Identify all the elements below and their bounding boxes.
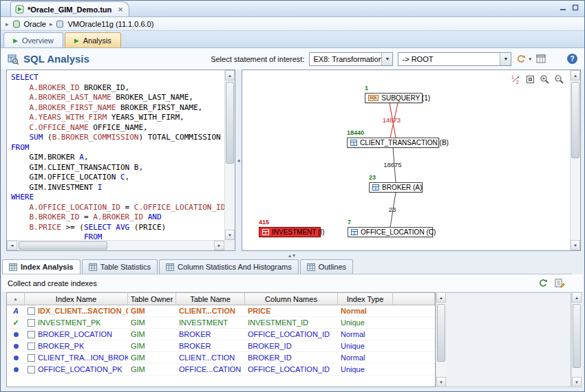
zoom-in-icon[interactable] xyxy=(540,74,550,85)
tab-table-statistics[interactable]: Table Statistics xyxy=(82,259,158,274)
sql-text-area[interactable]: SELECT A.BROKER_ID BROKER_ID, A.BROKER_L… xyxy=(7,70,224,240)
scroll-down-icon[interactable]: ▼ xyxy=(572,377,582,387)
tab-label: Analysis xyxy=(83,36,111,45)
refresh-icon[interactable] xyxy=(516,54,526,64)
column-header-status[interactable]: ▴ xyxy=(7,293,25,305)
create-index-icon[interactable] xyxy=(555,278,565,288)
chevron-down-icon[interactable]: ▼ xyxy=(500,53,511,65)
index-table-row[interactable]: BROKER_PKGIMBROKERBROKER_IDUnique xyxy=(7,340,435,352)
index-table-row[interactable]: BROKER_LOCATIONGIMBROKEROFFICE_LOCATION_… xyxy=(7,329,435,340)
chevron-down-icon[interactable]: ▼ xyxy=(381,53,392,65)
help-icon[interactable]: ? xyxy=(567,54,577,64)
view-tab-bar: ▶ Overview ▶ Analysis xyxy=(1,31,584,48)
breadcrumb-item-datasource[interactable]: VMOracle11g (11.1.0.6.0) xyxy=(67,20,153,28)
cell-column-names: BROKER_ID xyxy=(245,340,338,351)
index-checkbox[interactable] xyxy=(28,319,35,327)
editor-tab-oracle-gim-demo[interactable]: *Oracle_GIM_Demo.tun ✕ xyxy=(10,1,129,17)
diagram-canvas[interactable]: 12 146731867523SQLSUBQUERY (1)1CLIENT_TR… xyxy=(242,70,570,250)
scroll-track[interactable] xyxy=(572,303,582,377)
splitter-handle-icon[interactable]: ▴▾ xyxy=(288,252,297,259)
index-checkbox[interactable] xyxy=(28,307,35,315)
index-checkbox[interactable] xyxy=(28,354,35,362)
join-order-icon[interactable]: 12 xyxy=(511,74,521,85)
scroll-down-icon[interactable]: ▼ xyxy=(436,377,446,387)
cell-table-name: CLIENT...CTION xyxy=(176,352,245,363)
scroll-thumb[interactable] xyxy=(573,304,581,368)
refresh-indexes-icon[interactable] xyxy=(538,278,548,288)
breadcrumb-arrow-icon[interactable]: ▸ xyxy=(6,21,9,28)
scroll-up-icon[interactable]: ▲ xyxy=(225,70,235,80)
existing-index-icon xyxy=(14,356,19,360)
column-header-index-type[interactable]: Index Type xyxy=(338,293,393,305)
sql-line: C.OFFICE_NAME OFFICE_NAME, xyxy=(11,123,224,133)
diagram-vertical-scrollbar[interactable]: ▲ ▼ xyxy=(570,70,580,250)
breadcrumb-item-oracle[interactable]: Oracle xyxy=(24,20,46,28)
bottom-view-scrollbar[interactable]: ▲ ▼ xyxy=(571,292,582,387)
scroll-track[interactable] xyxy=(571,80,580,240)
scroll-up-icon[interactable]: ▲ xyxy=(572,292,582,303)
node-rowcount: 7 xyxy=(348,219,351,226)
scroll-track[interactable] xyxy=(436,303,446,377)
column-header-index-name[interactable]: Index Name xyxy=(25,293,128,305)
report-icon[interactable] xyxy=(536,54,546,64)
index-toolbar: Collect and create indexes xyxy=(2,274,583,292)
tab-outlines[interactable]: Outlines xyxy=(300,259,353,274)
index-table-header: ▴ Index Name Table Owner Table Name Colu… xyxy=(7,293,435,305)
cell-index-name: INVESTMENT_PK xyxy=(25,317,128,328)
index-checkbox[interactable] xyxy=(28,366,35,373)
diagram-node-subquery[interactable]: SQLSUBQUERY (1) xyxy=(365,93,423,103)
cell-text: CLIENT_TRA...ION_BROKER xyxy=(38,353,128,362)
scroll-track[interactable] xyxy=(17,241,214,250)
index-table-row[interactable]: ✓INVESTMENT_PKGIMINVESTMENTINVESTMENT_ID… xyxy=(7,317,435,329)
cell-index-name: OFFICE_LOCATION_PK xyxy=(25,364,128,375)
node-rowcount: 415 xyxy=(259,219,269,226)
maximize-icon[interactable] xyxy=(572,4,579,11)
cell-text: CLIENT...CTION xyxy=(179,353,235,362)
close-icon[interactable]: ✕ xyxy=(118,6,123,13)
index-table-row[interactable]: OFFICE_LOCATION_PKGIMOFFICE...CATIONOFFI… xyxy=(7,364,435,375)
diagram-node-investment[interactable]: INVESTMENT (I) xyxy=(259,227,321,237)
column-header-table-name[interactable]: Table Name xyxy=(176,293,245,305)
index-checkbox[interactable] xyxy=(28,331,35,338)
scroll-right-icon[interactable]: ► xyxy=(214,241,224,250)
scroll-track[interactable] xyxy=(225,80,235,230)
cell-text: OFFICE_LOCATION_ID xyxy=(248,365,330,373)
scroll-left-icon[interactable]: ◄ xyxy=(7,241,17,250)
index-table-row[interactable]: AIDX_CLIENT...SACTION_0GIMCLIENT...CTION… xyxy=(7,305,435,317)
breadcrumb-arrow-icon[interactable]: ▸ xyxy=(50,21,53,28)
table-vertical-scrollbar[interactable]: ▲ ▼ xyxy=(436,292,446,387)
diagram-node-client-transaction[interactable]: CLIENT_TRANSACTION (B) xyxy=(347,138,439,148)
scroll-thumb[interactable] xyxy=(19,241,107,250)
scroll-thumb[interactable] xyxy=(226,82,234,164)
scroll-up-icon[interactable]: ▲ xyxy=(571,70,580,80)
tab-index-analysis[interactable]: Index Analysis xyxy=(2,259,81,274)
cell-index-type: Unique xyxy=(338,317,393,328)
panel-splitter-horizontal[interactable]: ▴▾ xyxy=(1,251,584,259)
sql-vertical-scrollbar[interactable]: ▲ ▼ xyxy=(224,70,235,240)
index-checkbox[interactable] xyxy=(28,342,35,350)
sql-analysis-icon xyxy=(8,54,19,65)
zoom-out-icon[interactable] xyxy=(554,74,564,85)
cell-text: BROKER xyxy=(179,342,211,350)
scroll-thumb[interactable] xyxy=(437,304,445,362)
tab-overview[interactable]: ▶ Overview xyxy=(3,32,63,47)
scroll-up-icon[interactable]: ▲ xyxy=(436,292,446,303)
scroll-down-icon[interactable]: ▼ xyxy=(225,230,235,240)
scroll-down-icon[interactable]: ▼ xyxy=(571,240,580,250)
oracle-db-icon xyxy=(12,20,21,28)
statement-select[interactable]: EX8: Transformation ▼ xyxy=(309,52,393,66)
root-select[interactable]: -> ROOT ▼ xyxy=(398,52,511,66)
diagram-node-broker[interactable]: BROKER (A) xyxy=(369,182,423,193)
refresh-menu-chevron-icon[interactable]: ▾ xyxy=(529,56,531,62)
column-header-column-names[interactable]: Column Names xyxy=(245,293,338,305)
tab-column-statistics[interactable]: Column Statistics And Histograms xyxy=(159,259,299,274)
column-header-table-owner[interactable]: Table Owner xyxy=(128,293,176,305)
minimize-icon[interactable] xyxy=(560,4,566,11)
sql-horizontal-scrollbar[interactable]: ◄ ► xyxy=(7,240,224,250)
tab-analysis[interactable]: ▶ Analysis xyxy=(65,32,121,47)
index-table-row[interactable]: CLIENT_TRA...ION_BROKERGIMCLIENT...CTION… xyxy=(7,352,435,364)
diagram-node-office-location[interactable]: OFFICE_LOCATION (C) xyxy=(348,227,433,237)
scroll-thumb[interactable] xyxy=(571,82,579,158)
fit-to-window-icon[interactable] xyxy=(525,74,535,85)
panel-splitter-vertical[interactable]: ◂ xyxy=(235,69,242,251)
